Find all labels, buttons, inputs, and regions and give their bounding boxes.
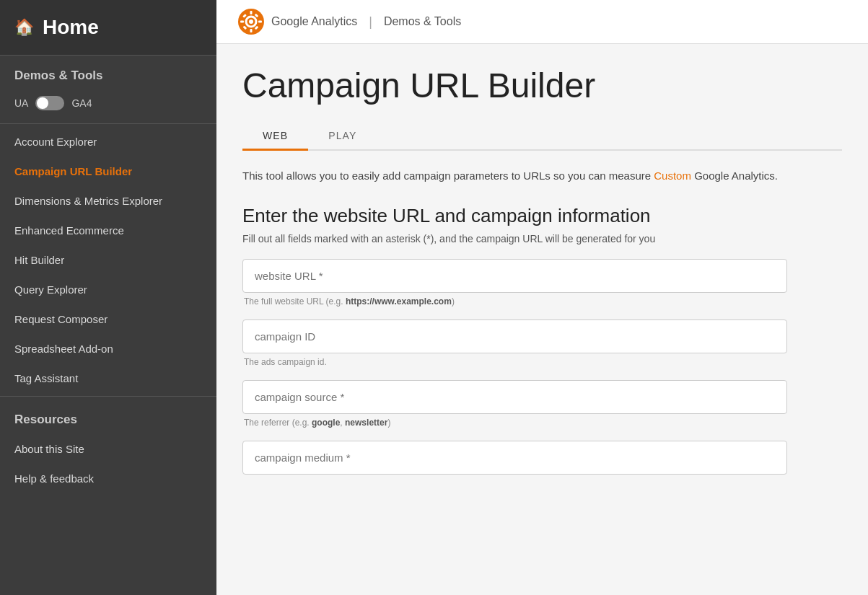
- sidebar-item-request-composer[interactable]: Request Composer: [0, 304, 216, 334]
- toggle-knob: [37, 97, 48, 109]
- campaign-id-field: The ads campaign id.: [242, 319, 842, 367]
- intro-text-part2: Google Analytics.: [691, 169, 778, 182]
- svg-rect-4: [250, 29, 253, 32]
- sidebar-item-campaign-url-builder[interactable]: Campaign URL Builder: [0, 157, 216, 186]
- home-nav-item[interactable]: 🏠 Home: [0, 0, 216, 56]
- sidebar-item-query-explorer[interactable]: Query Explorer: [0, 275, 216, 304]
- tab-bar: WEB PLAY: [242, 123, 842, 151]
- topbar-divider: |: [369, 14, 372, 30]
- campaign-source-field: The referrer (e.g. google, newsletter): [242, 380, 842, 428]
- campaign-id-hint: The ads campaign id.: [244, 357, 842, 367]
- home-icon: 🏠: [14, 18, 34, 37]
- ua-ga4-switch[interactable]: [35, 96, 64, 110]
- campaign-medium-input[interactable]: [242, 441, 787, 475]
- campaign-id-input[interactable]: [242, 319, 787, 353]
- sidebar: 🏠 Home Demos & Tools UA GA4 Account Expl…: [0, 0, 216, 595]
- campaign-source-hint: The referrer (e.g. google, newsletter): [244, 418, 842, 428]
- sidebar-item-tag-assistant[interactable]: Tag Assistant: [0, 363, 216, 393]
- svg-rect-3: [250, 11, 253, 14]
- campaign-medium-field: [242, 441, 842, 475]
- sidebar-item-hit-builder[interactable]: Hit Builder: [0, 245, 216, 275]
- topbar-subtitle: Demos & Tools: [384, 15, 461, 28]
- campaign-source-input[interactable]: [242, 380, 787, 414]
- page-title: Campaign URL Builder: [242, 66, 842, 105]
- ga4-label: GA4: [71, 97, 92, 109]
- sidebar-item-help-feedback[interactable]: Help & feedback: [0, 464, 216, 493]
- sidebar-section-resources: Resources: [0, 400, 216, 434]
- tab-web[interactable]: WEB: [242, 123, 308, 151]
- website-url-hint: The full website URL (e.g. https://www.e…: [244, 296, 842, 307]
- ua-label: UA: [14, 97, 28, 109]
- website-url-field: The full website URL (e.g. https://www.e…: [242, 259, 842, 307]
- svg-rect-5: [240, 21, 244, 23]
- ua-ga4-toggle: UA GA4: [0, 90, 216, 120]
- sidebar-item-account-explorer[interactable]: Account Explorer: [0, 127, 216, 157]
- tab-play[interactable]: PLAY: [308, 123, 377, 151]
- intro-paragraph: This tool allows you to easily add campa…: [242, 168, 791, 185]
- topbar-app-name: Google Analytics: [271, 15, 357, 28]
- sidebar-divider-2: [0, 396, 216, 397]
- intro-text-part1: This tool allows you to easily add campa…: [242, 169, 654, 182]
- svg-rect-6: [258, 21, 262, 23]
- sidebar-item-about-site[interactable]: About this Site: [0, 434, 216, 464]
- sidebar-item-spreadsheet-addon[interactable]: Spreadsheet Add-on: [0, 334, 216, 363]
- topbar: Google Analytics | Demos & Tools: [216, 0, 868, 44]
- form-section-heading: Enter the website URL and campaign infor…: [242, 205, 842, 227]
- sidebar-item-dimensions-metrics[interactable]: Dimensions & Metrics Explorer: [0, 186, 216, 216]
- ga-logo-icon: [238, 9, 264, 35]
- intro-custom-link[interactable]: Custom: [654, 169, 691, 182]
- main-content: Google Analytics | Demos & Tools Campaig…: [216, 0, 868, 595]
- sidebar-section-demos: Demos & Tools: [0, 56, 216, 90]
- svg-point-2: [249, 19, 253, 24]
- home-label: Home: [43, 16, 99, 39]
- page-content: Campaign URL Builder WEB PLAY This tool …: [216, 44, 868, 595]
- sidebar-divider-1: [0, 123, 216, 124]
- website-url-input[interactable]: [242, 259, 787, 293]
- sidebar-item-enhanced-ecommerce[interactable]: Enhanced Ecommerce: [0, 216, 216, 245]
- form-section-subtext: Fill out all fields marked with an aster…: [242, 233, 842, 244]
